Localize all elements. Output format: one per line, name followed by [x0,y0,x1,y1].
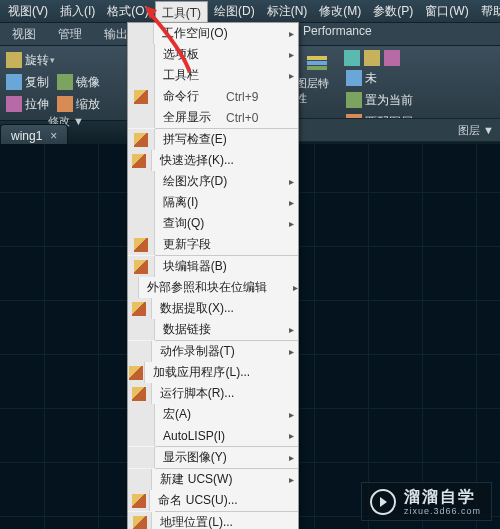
ribbon-setcurrent[interactable]: 置为当前 [344,90,415,110]
menu-item-label: 查询(Q) [155,215,226,232]
ribbon-copy[interactable]: 复制 [4,72,51,92]
menu-item[interactable]: 快速选择(K)... [128,150,298,171]
menu-item-shortcut: Ctrl+0 [226,111,284,125]
menu-item[interactable]: 动作录制器(T)▸ [128,341,298,362]
menu-gutter [128,469,152,490]
menu-view[interactable]: 视图(V) [2,1,54,21]
menu-gutter [128,23,154,44]
menu-item[interactable]: 命令行Ctrl+9 [128,86,298,107]
menu-item-label: 工具栏 [155,67,226,84]
ribbon-unsaved[interactable]: 未 [344,68,415,88]
menu-gutter [128,404,155,425]
submenu-arrow-icon: ▸ [284,49,298,60]
menubar: 视图(V) 插入(I) 格式(O) 工具(T) 绘图(D) 标注(N) 修改(M… [0,0,500,23]
ribbon-group-layer: 图层特性 未 置为当前 匹配图层 [292,46,500,120]
menu-item[interactable]: 命名 UCS(U)... [128,490,298,511]
menu-gutter [128,65,155,86]
menu-insert[interactable]: 插入(I) [54,1,101,21]
paneltab-view[interactable]: 视图 [8,26,40,43]
menu-item-label: 数据链接 [155,321,226,338]
paneltab-performance[interactable]: Performance [303,24,372,38]
menu-item-label: 隔离(I) [155,194,226,211]
tools-menu: 工作空间(O)▸选项板▸工具栏▸命令行Ctrl+9全屏显示Ctrl+0拼写检查(… [127,22,299,529]
rotate-icon [6,52,22,68]
menu-item[interactable]: 选项板▸ [128,44,298,65]
menu-item[interactable]: 隔离(I)▸ [128,192,298,213]
menu-gutter [128,425,155,446]
menu-item[interactable]: 全屏显示Ctrl+0 [128,107,298,128]
menu-param[interactable]: 参数(P) [367,1,419,21]
menu-item-label: 拼写检查(E) [155,131,227,148]
menu-item[interactable]: 绘图次序(D)▸ [128,171,298,192]
ribbon-layerprops[interactable]: 图层特性 [296,50,338,106]
ribbon-stretch[interactable]: 拉伸 [4,94,51,114]
menu-item-label: 绘图次序(D) [155,173,228,190]
menu-item-shortcut: Ctrl+9 [226,90,284,104]
ribbon-layerprops-label: 图层特性 [296,76,338,106]
menu-item[interactable]: AutoLISP(I)▸ [128,425,298,446]
menu-item-label: 显示图像(Y) [155,449,227,466]
ribbon-mirror[interactable]: 镜像 [55,72,102,92]
ribbon-group-layer-label[interactable]: 图层 ▼ [297,118,500,142]
menu-item-label: 全屏显示 [155,109,226,126]
menu-item-label: 命令行 [155,88,226,105]
menu-item[interactable]: 显示图像(Y)▸ [128,447,298,468]
menu-item[interactable]: 工具栏▸ [128,65,298,86]
submenu-arrow-icon: ▸ [284,430,298,441]
svg-rect-1 [307,61,327,65]
menu-item[interactable]: 运行脚本(R)... [128,383,298,404]
scale-icon [57,96,73,112]
menu-item[interactable]: 宏(A)▸ [128,404,298,425]
menu-item[interactable]: 新建 UCS(W)▸ [128,469,298,490]
menu-format[interactable]: 格式(O) [101,1,154,21]
spellcheck-icon [128,129,155,150]
menu-gutter [128,319,155,340]
menu-item[interactable]: 外部参照和块在位编辑▸ [128,277,298,298]
menu-item[interactable]: 查询(Q)▸ [128,213,298,234]
menu-modify[interactable]: 修改(M) [313,1,367,21]
sun-icon[interactable] [364,50,380,66]
watermark-title: 溜溜自学 [404,488,476,505]
menu-item[interactable]: 地理位置(L)... [128,512,298,529]
menu-item-label: 地理位置(L)... [152,514,233,529]
menu-gutter [128,44,155,65]
ribbon-scale[interactable]: 缩放 [55,94,102,114]
submenu-arrow-icon: ▸ [284,409,298,420]
play-icon [370,489,396,515]
bulb-icon[interactable] [384,50,400,66]
dataextract-icon [128,298,152,319]
menu-item[interactable]: 加载应用程序(L)... [128,362,298,383]
menu-item-label: AutoLISP(I) [155,429,226,443]
loadapp-icon [128,362,145,383]
stretch-icon [6,96,22,112]
submenu-arrow-icon: ▸ [284,176,298,187]
menu-item[interactable]: 工作空间(O)▸ [128,23,298,44]
light-icon[interactable] [344,50,360,66]
menu-window[interactable]: 窗口(W) [419,1,474,21]
menu-item[interactable]: 数据提取(X)... [128,298,298,319]
ribbon-rotate[interactable]: 旋转▾ [4,50,57,70]
close-icon[interactable]: × [50,129,57,143]
menu-gutter [128,447,155,468]
menu-gutter [128,171,155,192]
menu-item[interactable]: 拼写检查(E) [128,129,298,150]
watermark: 溜溜自学 zixue.3d66.com [361,482,492,521]
menu-item-label: 运行脚本(R)... [152,385,235,402]
menu-item[interactable]: 块编辑器(B) [128,256,298,277]
copy-icon [6,74,22,90]
submenu-arrow-icon: ▸ [284,324,298,335]
menu-tools[interactable]: 工具(T) [155,1,208,24]
menu-help[interactable]: 帮助(H) [475,1,500,21]
menu-item-label: 新建 UCS(W) [152,471,232,488]
ucs-icon [128,490,150,511]
menu-dim[interactable]: 标注(N) [261,1,314,21]
updatefield-icon [128,234,155,255]
submenu-arrow-icon: ▸ [285,474,298,485]
menu-item[interactable]: 数据链接▸ [128,319,298,340]
menu-item[interactable]: 更新字段 [128,234,298,255]
ribbon-group-modify: 旋转▾ 复制 镜像 拉伸 缩放 修改 ▼ [0,46,133,120]
menu-draw[interactable]: 绘图(D) [208,1,261,21]
paneltab-manage[interactable]: 管理 [54,26,86,43]
menu-item-label: 工作空间(O) [154,25,227,42]
submenu-arrow-icon: ▸ [286,346,298,357]
